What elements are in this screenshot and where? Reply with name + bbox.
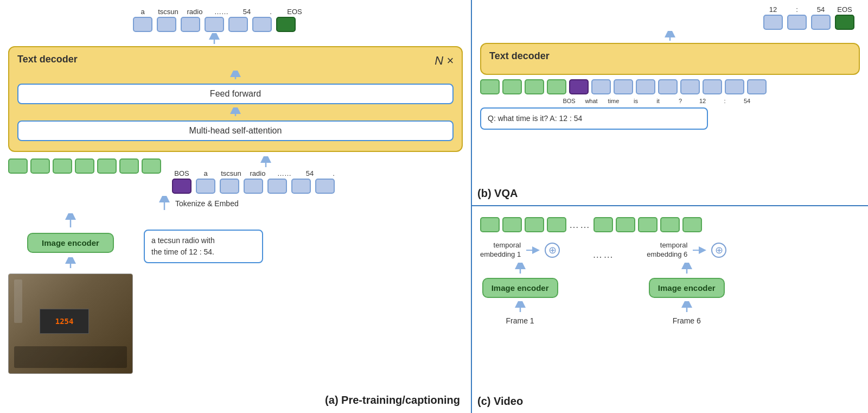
- input-boxes-left: [172, 179, 335, 194]
- rt-out-label-12: 12: [763, 5, 783, 14]
- green-tokens-left: [8, 156, 161, 174]
- rt-lbl-colon: :: [715, 98, 735, 104]
- out-label-tscsun: tscsun: [157, 8, 180, 16]
- rt-in-token-q: [680, 79, 700, 94]
- output-labels-left: a tscsun radio …… 54 . EOS: [133, 8, 304, 16]
- output-boxes-right-top: [763, 15, 854, 30]
- frame-6-label: Frame 6: [673, 316, 701, 325]
- right-bottom-video: …… temporalembedding 1: [472, 206, 868, 413]
- right-panel: 12 : 54 EOS: [472, 0, 868, 413]
- rt-out-token-eos: [835, 15, 854, 30]
- out-token-tscsun: [157, 17, 176, 32]
- rb-green-9: [682, 217, 702, 232]
- out-label-54: 54: [237, 8, 257, 16]
- output-labels-right-top: 12 : 54 EOS: [763, 5, 854, 14]
- left-panel: a tscsun radio …… 54 . EOS: [0, 0, 472, 413]
- rt-in-token-bos: [569, 79, 589, 94]
- rb-green-6: [616, 217, 635, 232]
- plus-circle-1: ⊕: [545, 243, 560, 258]
- in-label-a: a: [196, 169, 215, 177]
- right-top-vqa: 12 : 54 EOS: [472, 0, 868, 206]
- rb-green-1: [480, 217, 500, 232]
- out-token-dots: [205, 17, 224, 32]
- rt-in-token-colon: [725, 79, 744, 94]
- in-token-54: [291, 179, 311, 194]
- in-token-tscsun: [220, 179, 239, 194]
- middle-row-right-top: [480, 79, 860, 94]
- in-label-dots: ……: [273, 169, 296, 177]
- in-label-bos: BOS: [172, 169, 192, 177]
- green-token-6: [119, 158, 139, 174]
- out-label-eos: EOS: [285, 8, 304, 16]
- out-label-dots: ……: [210, 8, 233, 16]
- bottom-row-left: Image encoder 1254: [8, 213, 463, 374]
- rt-out-label-eos: EOS: [835, 5, 854, 14]
- out-label-a: a: [133, 8, 152, 16]
- text-decoder-left: Text decoder Feed forward Multi-head sel…: [8, 46, 463, 152]
- output-boxes-left: [133, 17, 296, 32]
- rt-out-label-54: 54: [811, 5, 831, 14]
- out-token-radio: [181, 17, 200, 32]
- rt-green-2: [502, 79, 522, 94]
- input-section-left: BOS a tscsun radio …… 54 .: [172, 156, 343, 194]
- arrow-to-decoder-left: [209, 33, 463, 45]
- green-token-3: [53, 158, 72, 174]
- output-section-left: a tscsun radio …… 54 . EOS: [133, 8, 463, 32]
- rt-green-4: [547, 79, 566, 94]
- video-encoder-2-col: temporalembedding 6 ⊕ Image encoder: [647, 241, 726, 325]
- rb-green-4: [547, 217, 566, 232]
- in-token-a: [196, 179, 215, 194]
- rt-in-token-is: [636, 79, 655, 94]
- nx-label: N ×: [435, 54, 454, 68]
- rt-lbl-time: time: [604, 98, 623, 104]
- rt-green-3: [525, 79, 544, 94]
- tokenize-label: Tokenize & Embed: [175, 199, 239, 208]
- section-label-b: (b) VQA: [477, 187, 518, 200]
- rt-out-token-colon: [787, 15, 807, 30]
- in-label-radio: radio: [247, 169, 269, 177]
- temporal-embed-1-label: temporalembedding 1: [480, 241, 521, 259]
- caption-text: a tecsun radio withthe time of 12 : 54.: [144, 230, 263, 263]
- rb-green-7: [638, 217, 658, 232]
- output-section-right-top: 12 : 54 EOS: [480, 5, 854, 30]
- input-labels-right-top: BOS what time is it ? 12 : 54: [559, 98, 860, 104]
- green-token-5: [97, 158, 117, 174]
- in-token-dot: [315, 179, 335, 194]
- video-encoder-1-col: temporalembedding 1 ⊕ Imag: [480, 241, 560, 325]
- green-token-7: [142, 158, 161, 174]
- rb-green-2: [502, 217, 522, 232]
- rb-green-3: [525, 217, 544, 232]
- out-token-eos: [276, 17, 296, 32]
- rt-lbl-what: what: [582, 98, 601, 104]
- rt-in-token-54: [747, 79, 767, 94]
- image-encoder-video-1: Image encoder: [482, 278, 558, 298]
- rt-in-token-time: [614, 79, 633, 94]
- input-labels-left: BOS a tscsun radio …… 54 .: [172, 169, 343, 177]
- in-token-radio: [244, 179, 263, 194]
- attention-box: Multi-head self-attention: [17, 120, 454, 141]
- rt-green-1: [480, 79, 500, 94]
- in-token-bos: [172, 179, 192, 194]
- rt-lbl-q: ?: [671, 98, 690, 104]
- rt-in-token-it: [658, 79, 678, 94]
- out-token-period: [252, 17, 272, 32]
- qa-box: Q: what time is it? A: 12 : 54: [480, 107, 708, 130]
- plus-circle-2: ⊕: [711, 243, 726, 258]
- out-token-a: [133, 17, 152, 32]
- rt-out-token-54: [811, 15, 831, 30]
- frame-1-label: Frame 1: [506, 316, 534, 325]
- rt-lbl-is: is: [626, 98, 646, 104]
- in-label-54: 54: [300, 169, 320, 177]
- green-token-2: [30, 158, 50, 174]
- out-label-dot: .: [261, 8, 280, 16]
- middle-row-left: BOS a tscsun radio …… 54 .: [8, 156, 463, 194]
- section-label-a: (a) Pre-training/captioning: [325, 394, 460, 406]
- temporal-embed-2-label: temporalembedding 6: [647, 241, 687, 259]
- rt-out-token-12: [763, 15, 783, 30]
- rb-green-5: [593, 217, 613, 232]
- image-encoder-col: Image encoder 1254: [8, 213, 133, 374]
- radio-image: 1254: [8, 274, 133, 374]
- rb-dots: ……: [569, 219, 591, 231]
- section-label-c: (c) Video: [477, 395, 523, 408]
- tokenize-section: Tokenize & Embed: [159, 196, 463, 211]
